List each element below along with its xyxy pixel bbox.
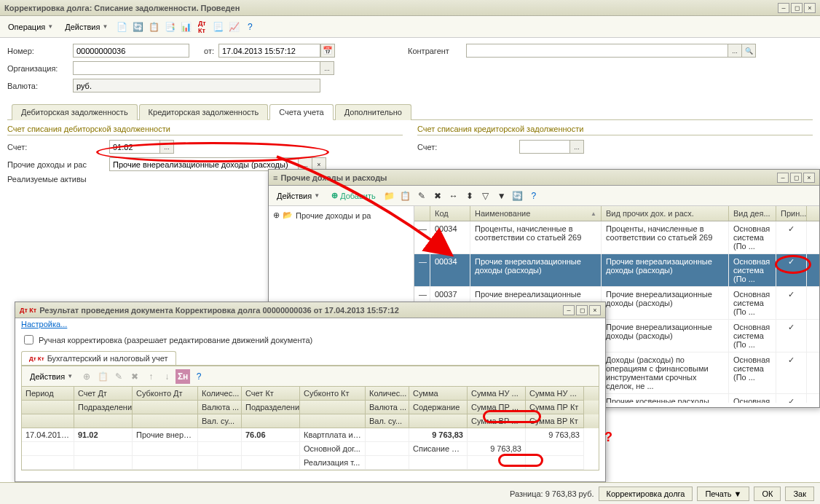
ref-copy-icon[interactable]: 📋 — [398, 189, 413, 203]
gh-name[interactable]: Наименование▲ — [470, 206, 602, 221]
print-button[interactable]: Печать ▼ — [697, 487, 749, 501]
debit-account-input[interactable] — [109, 140, 160, 154]
struct-icon[interactable]: 📃 — [210, 20, 225, 34]
ref-minimize[interactable]: – — [777, 173, 789, 183]
mvh-acckt[interactable]: Счет Кт — [242, 387, 300, 401]
close-button[interactable]: × — [804, 3, 816, 13]
gh-accept[interactable]: Прин... — [776, 206, 807, 221]
gh-type[interactable]: Вид прочих дох. и расх. — [602, 206, 729, 221]
copy-icon[interactable]: 📑 — [162, 20, 177, 34]
res-sum-icon[interactable]: Σн — [176, 369, 190, 384]
res-max[interactable]: ◻ — [576, 305, 588, 315]
movement-row[interactable]: Реализация т... — [22, 456, 599, 470]
mvh-sum[interactable]: Сумма — [409, 387, 468, 401]
tab-accounts[interactable]: Счета учета — [269, 104, 333, 120]
movement-row[interactable]: 17.04.2013 15:57:12 91.02 Прочие внере..… — [22, 428, 599, 442]
mvh-valsum[interactable]: Вал. су... — [198, 414, 242, 428]
res-up-icon[interactable]: ↑ — [143, 369, 158, 384]
mvh-subdt[interactable]: Субконто Дт — [133, 387, 198, 401]
counterparty-input[interactable] — [466, 44, 728, 58]
ref-edit-icon[interactable]: ✎ — [414, 189, 429, 203]
ref-filter2-icon[interactable]: ▼ — [494, 189, 509, 203]
res-add-icon[interactable]: ⊕ — [79, 369, 94, 384]
post-icon[interactable]: 📋 — [146, 20, 161, 34]
ref-filter-icon[interactable]: ▽ — [478, 189, 493, 203]
tab-credit[interactable]: Кредиторская задолженность — [139, 104, 269, 120]
ok-button[interactable]: ОК — [754, 487, 781, 501]
mvh-qty[interactable]: Количес... — [198, 387, 242, 401]
close-footer-button[interactable]: Зак — [785, 487, 814, 501]
mvh-sumnu[interactable]: Сумма НУ ... — [468, 387, 526, 401]
ref-row[interactable]: —00034Проценты, начисленные в соответств… — [414, 221, 819, 254]
ref-maximize[interactable]: ◻ — [790, 173, 802, 183]
res-edit-icon[interactable]: ✎ — [111, 369, 126, 384]
date-input[interactable] — [218, 44, 320, 58]
report-icon[interactable]: 📈 — [226, 20, 241, 34]
mvh-sumnu2[interactable]: Сумма НУ ... — [526, 387, 584, 401]
res-tab-accounting[interactable]: Дт КтБухгалтерский и налоговый учет — [21, 351, 176, 365]
mvh-cur2[interactable]: Валюта ... — [366, 401, 409, 414]
mvh-subkt[interactable]: Субконто Кт — [300, 387, 366, 401]
res-min[interactable]: – — [563, 305, 575, 315]
mvh-qty2[interactable]: Количес... — [366, 387, 409, 401]
ref-add-button[interactable]: ⊕ Добавить — [326, 188, 381, 203]
operation-menu[interactable]: Операция▼ — [3, 20, 58, 34]
gh-code[interactable]: Код — [430, 206, 470, 221]
res-down-icon[interactable]: ↓ — [159, 369, 174, 384]
dtkt-tab-icon: Дт Кт — [29, 355, 44, 362]
mvh-accdt[interactable]: Счет Дт — [74, 387, 133, 401]
ref-refresh-icon[interactable]: 🔄 — [510, 189, 525, 203]
movement-row[interactable]: Основной дог... Списание задолженности 9… — [22, 442, 599, 456]
counterparty-select[interactable]: ... — [728, 44, 742, 58]
refresh-icon[interactable]: 🔄 — [130, 20, 145, 34]
tree-root[interactable]: ⊕ 📂 Прочие доходы и ра — [272, 209, 411, 221]
dtkt-small-icon: Дт Кт — [20, 307, 36, 314]
save-icon[interactable]: 📄 — [114, 20, 129, 34]
res-del-icon[interactable]: ✖ — [127, 369, 142, 384]
tab-debit[interactable]: Дебиторская задолженность — [12, 104, 138, 120]
res-close[interactable]: × — [589, 305, 601, 315]
credit-account-select[interactable]: ... — [569, 140, 584, 154]
mvh-cur[interactable]: Валюта ... — [198, 401, 242, 414]
ref-folder-add-icon[interactable]: 📁 — [382, 189, 397, 203]
ref-row[interactable]: —00034Прочие внереализационные доходы (р… — [414, 254, 819, 287]
counterparty-search[interactable]: 🔍 — [741, 44, 756, 58]
settings-link[interactable]: Настройка... — [21, 320, 67, 328]
debit-account-select[interactable]: ... — [159, 140, 174, 154]
calendar-button[interactable]: 📅 — [320, 44, 335, 58]
minimize-button[interactable]: – — [778, 3, 789, 13]
mvh-period[interactable]: Период — [22, 387, 74, 401]
ref-help-icon[interactable]: ? — [527, 189, 541, 203]
debt-adj-button[interactable]: Корректировка долга — [599, 487, 693, 501]
manual-correction-checkbox[interactable] — [24, 335, 33, 344]
dtkt-icon[interactable]: ДтКт — [194, 20, 209, 34]
actions-menu[interactable]: Действия▼ — [60, 20, 113, 34]
maximize-button[interactable]: ◻ — [791, 3, 803, 13]
mvh-valsum2[interactable]: Вал. су... — [366, 414, 409, 428]
credit-account-input[interactable] — [519, 140, 570, 154]
mvh-sumprkt[interactable]: Сумма ПР Кт — [526, 401, 584, 414]
org-input[interactable] — [73, 61, 320, 75]
res-help-icon[interactable]: ? — [192, 369, 206, 384]
res-copy-icon[interactable]: 📋 — [95, 369, 110, 384]
ref-hierarchy-icon[interactable]: ⬍ — [462, 189, 477, 203]
number-input[interactable] — [73, 44, 189, 58]
mvh-deptdt[interactable]: Подразделение Дт — [74, 401, 133, 414]
mvh-sumpr[interactable]: Сумма ПР ... — [468, 401, 526, 414]
basis-icon[interactable]: 📊 — [178, 20, 193, 34]
mvh-sumvrkt[interactable]: Сумма ВР Кт — [526, 414, 584, 428]
res-actions[interactable]: Действия▼ — [25, 369, 78, 384]
mvh-content[interactable]: Содержание — [409, 401, 468, 414]
ref-close[interactable]: × — [803, 173, 815, 183]
mvh-sumvr[interactable]: Сумма ВР ... — [468, 414, 526, 428]
mvh-deptkt[interactable]: Подразделение Кт — [242, 401, 300, 414]
ref-delete-icon[interactable]: ✖ — [430, 189, 445, 203]
ref-actions-menu[interactable]: Действия▼ — [272, 189, 325, 203]
ref-move-icon[interactable]: ↔ — [446, 189, 461, 203]
gh-marker[interactable] — [414, 206, 430, 221]
tab-additional[interactable]: Дополнительно — [335, 104, 411, 120]
gh-activity[interactable]: Вид дея... — [729, 206, 776, 221]
org-select[interactable]: ... — [320, 61, 334, 75]
help-icon[interactable]: ? — [243, 20, 257, 34]
expand-icon[interactable]: ⊕ — [273, 210, 280, 220]
